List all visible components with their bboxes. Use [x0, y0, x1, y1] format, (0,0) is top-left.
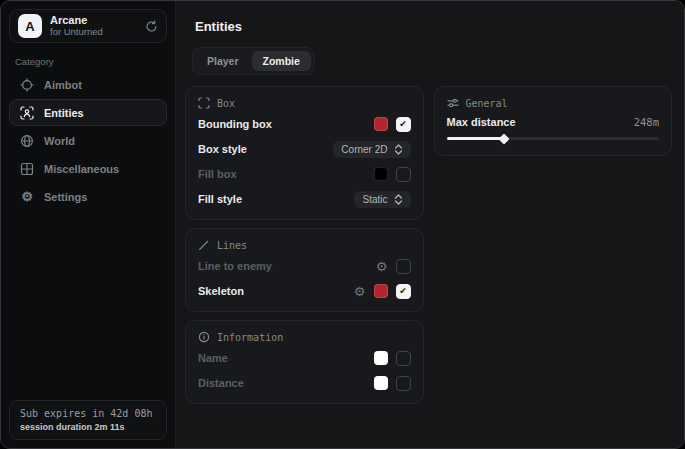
setting-label: Name — [198, 352, 228, 364]
sync-icon[interactable] — [145, 20, 158, 33]
sidebar-item-label: Miscellaneous — [44, 163, 119, 175]
gear-icon: ⚙ — [20, 190, 34, 203]
checkbox-line-to-enemy[interactable] — [396, 259, 411, 274]
tab-player[interactable]: Player — [196, 51, 250, 71]
slider-fill — [447, 137, 504, 140]
card-title: Lines — [217, 240, 247, 251]
main-panel: Entities Player Zombie Box Bounding box — [177, 1, 684, 448]
setting-label: Fill box — [198, 168, 237, 180]
information-card: Information Name Distance — [185, 320, 424, 404]
color-swatch-skeleton[interactable] — [374, 284, 388, 298]
setting-row-skeleton: Skeleton ⚙ — [198, 281, 411, 301]
max-distance-row: Max distance 248m — [447, 116, 660, 128]
sidebar-item-world[interactable]: World — [9, 127, 167, 154]
gear-icon[interactable]: ⚙ — [376, 260, 388, 273]
setting-label: Line to enemy — [198, 260, 272, 272]
setting-row-distance: Distance — [198, 373, 411, 393]
row-controls — [374, 376, 411, 391]
row-controls — [374, 167, 411, 182]
left-column: Box Bounding box Box style Corne — [185, 86, 424, 404]
setting-row-fill-style: Fill style Static — [198, 189, 411, 209]
setting-row-bounding-box: Bounding box — [198, 114, 411, 134]
color-swatch-name[interactable] — [374, 351, 388, 365]
general-card-header: General — [447, 97, 660, 109]
max-distance-value: 248m — [634, 116, 659, 128]
page-title: Entities — [195, 19, 672, 34]
setting-row-line-to-enemy: Line to enemy ⚙ — [198, 256, 411, 276]
crosshair-icon — [20, 78, 34, 92]
sidebar-nav: Aimbot Entities World Miscellaneous — [9, 71, 167, 210]
lines-card-header: Lines — [198, 239, 411, 251]
cards-area: Box Bounding box Box style Corne — [185, 86, 672, 404]
grid-icon — [20, 162, 34, 176]
color-swatch-distance[interactable] — [374, 376, 388, 390]
sidebar-item-label: Settings — [44, 191, 87, 203]
app-name: Arcane — [50, 14, 103, 27]
tab-zombie[interactable]: Zombie — [252, 51, 311, 71]
row-controls: ⚙ — [354, 284, 411, 299]
sidebar-item-aimbot[interactable]: Aimbot — [9, 71, 167, 98]
category-label: Category — [15, 56, 54, 67]
fill-style-dropdown[interactable]: Static — [354, 191, 410, 208]
globe-icon — [20, 134, 34, 148]
box-style-dropdown[interactable]: Corner 2D — [333, 141, 410, 158]
sidebar: A Arcane for Unturned Category Aimbot — [1, 1, 176, 448]
session-duration-text: session duration 2m 11s — [20, 422, 156, 432]
setting-row-box-style: Box style Corner 2D — [198, 139, 411, 159]
setting-label: Distance — [198, 377, 244, 389]
tab-bar: Player Zombie — [192, 47, 315, 75]
checkbox-name[interactable] — [396, 351, 411, 366]
information-card-header: Information — [198, 331, 411, 343]
row-controls: Static — [354, 191, 410, 208]
sub-expiry-text: Sub expires in 42d 08h — [20, 408, 156, 419]
row-controls — [374, 117, 411, 132]
sliders-icon — [447, 97, 459, 109]
scan-corners-icon — [198, 97, 210, 109]
color-swatch-fill-box[interactable] — [374, 167, 388, 181]
row-controls: Corner 2D — [333, 141, 410, 158]
color-swatch-bounding-box[interactable] — [374, 117, 388, 131]
checkbox-fill-box[interactable] — [396, 167, 411, 182]
scan-person-icon — [20, 106, 34, 120]
sidebar-item-label: Aimbot — [44, 79, 82, 91]
setting-label: Max distance — [447, 116, 516, 128]
checkbox-bounding-box[interactable] — [396, 117, 411, 132]
max-distance-slider[interactable] — [447, 132, 660, 145]
slider-thumb[interactable] — [498, 133, 509, 144]
card-title: General — [466, 98, 508, 109]
setting-label: Fill style — [198, 193, 242, 205]
sidebar-item-miscellaneous[interactable]: Miscellaneous — [9, 155, 167, 182]
setting-label: Skeleton — [198, 285, 244, 297]
checkbox-skeleton[interactable] — [396, 284, 411, 299]
brand-text: Arcane for Unturned — [50, 14, 103, 39]
checkbox-distance[interactable] — [396, 376, 411, 391]
sidebar-item-settings[interactable]: ⚙ Settings — [9, 183, 167, 210]
chevrons-up-down-icon — [394, 194, 403, 205]
row-controls: ⚙ — [376, 259, 411, 274]
lines-card: Lines Line to enemy ⚙ Skeleton ⚙ — [185, 228, 424, 312]
card-title: Box — [217, 98, 235, 109]
general-card: General Max distance 248m — [434, 86, 673, 156]
sidebar-item-label: World — [44, 135, 75, 147]
gear-icon[interactable]: ⚙ — [354, 285, 366, 298]
sidebar-item-entities[interactable]: Entities — [9, 99, 167, 126]
right-column: General Max distance 248m — [434, 86, 673, 156]
subscription-status: Sub expires in 42d 08h session duration … — [9, 400, 167, 440]
setting-row-name: Name — [198, 348, 411, 368]
app-subtitle: for Unturned — [50, 27, 103, 38]
card-title: Information — [217, 332, 283, 343]
setting-label: Box style — [198, 143, 247, 155]
pencil-icon — [198, 239, 210, 251]
dropdown-value: Corner 2D — [341, 144, 387, 155]
setting-label: Bounding box — [198, 118, 272, 130]
app-window: A Arcane for Unturned Category Aimbot — [0, 0, 685, 449]
sidebar-item-label: Entities — [44, 107, 84, 119]
box-card-header: Box — [198, 97, 411, 109]
setting-row-fill-box: Fill box — [198, 164, 411, 184]
info-icon — [198, 331, 210, 343]
chevrons-up-down-icon — [394, 144, 403, 155]
avatar: A — [18, 14, 42, 38]
box-card: Box Bounding box Box style Corne — [185, 86, 424, 220]
row-controls — [374, 351, 411, 366]
app-brand: A Arcane for Unturned — [9, 9, 167, 43]
